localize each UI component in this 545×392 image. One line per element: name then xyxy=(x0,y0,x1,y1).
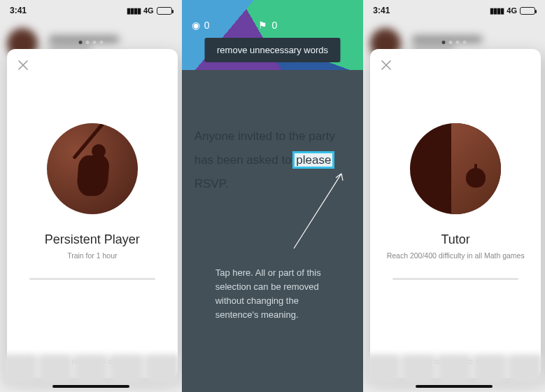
home-indicator xyxy=(52,385,129,388)
achievement-panel-tutor: 3:41 ▮▮▮▮ 4G Tutor Reach 200/400 difficu… xyxy=(363,0,545,392)
sentence-text: Anyone invited to the party has been ask… xyxy=(194,125,351,196)
flag-icon: ⚑ xyxy=(258,20,267,31)
close-button[interactable] xyxy=(378,57,394,73)
close-icon xyxy=(18,60,28,70)
progress-bar xyxy=(392,278,518,280)
user-icon: ◉ xyxy=(192,20,200,31)
tab-bar-blurred xyxy=(0,354,182,385)
status-time: 3:41 xyxy=(10,6,27,15)
network-label: 4G xyxy=(507,6,517,15)
hint-text: Tap here. All or part of this selection … xyxy=(215,266,344,322)
achievement-subtitle: Train for 1 hour xyxy=(67,251,117,260)
home-indicator xyxy=(416,385,493,388)
progress-bar xyxy=(29,278,155,280)
achievement-badge-icon xyxy=(410,123,501,214)
stat-right-value: 0 xyxy=(271,20,277,31)
instruction-banner: remove unnecessary words xyxy=(204,38,341,62)
stat-left-value: 0 xyxy=(204,20,210,31)
achievement-badge-icon xyxy=(47,123,138,214)
achievement-title: Persistent Player xyxy=(45,232,140,247)
page-dots xyxy=(442,41,467,44)
achievement-subtitle: Reach 200/400 difficulty in all Math gam… xyxy=(387,251,525,260)
achievement-card: Tutor Reach 200/400 difficulty in all Ma… xyxy=(370,49,541,378)
highlighted-word[interactable]: please xyxy=(295,153,332,167)
player-avatar[interactable] xyxy=(338,20,353,35)
achievement-panel-persistent-player: 3:41 ▮▮▮▮ 4G Persistent Player Train for… xyxy=(0,0,182,392)
close-button[interactable] xyxy=(15,57,31,73)
battery-icon xyxy=(157,7,172,15)
status-time: 3:41 xyxy=(373,6,390,15)
status-bar: 3:41 ▮▮▮▮ 4G xyxy=(0,0,182,18)
achievement-title: Tutor xyxy=(441,232,470,247)
page-dots xyxy=(78,41,103,44)
signal-icon: ▮▮▮▮ xyxy=(127,6,141,15)
tab-bar-blurred xyxy=(363,354,545,385)
sentence-post: RSVP. xyxy=(194,177,229,190)
close-icon xyxy=(381,60,391,70)
game-stats: ◉0 ⚑0 xyxy=(182,20,364,31)
signal-icon: ▮▮▮▮ xyxy=(490,6,504,15)
battery-icon xyxy=(520,7,535,15)
network-label: 4G xyxy=(143,6,154,15)
dim-overlay xyxy=(182,70,364,392)
status-bar: 3:41 ▮▮▮▮ 4G xyxy=(363,0,545,18)
achievement-card: Persistent Player Train for 1 hour 1 HOU… xyxy=(7,49,178,378)
game-panel-remove-words: ◉0 ⚑0 remove unnecessary words Anyone in… xyxy=(182,0,364,392)
